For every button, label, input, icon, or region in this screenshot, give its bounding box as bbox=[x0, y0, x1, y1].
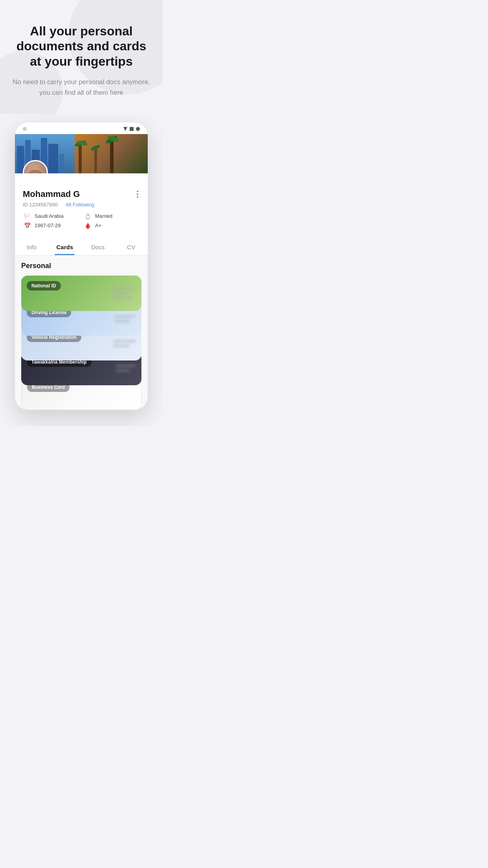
profile-id-row: ID 1234567890 48 Following bbox=[23, 202, 140, 208]
detail-birthdate: 📅 1987-07-29 bbox=[23, 223, 79, 229]
more-button[interactable] bbox=[135, 189, 140, 199]
calendar-icon: 📅 bbox=[23, 223, 31, 229]
card-stack: National ID Driving License bbox=[21, 276, 141, 410]
detail-status: 💍 Married bbox=[83, 213, 140, 219]
profile-id: ID 1234567890 bbox=[23, 202, 58, 208]
more-dot bbox=[137, 196, 138, 198]
hero-subtitle: No need to carry your personal docs anym… bbox=[12, 77, 151, 98]
card-blur-content bbox=[114, 315, 136, 323]
card-blur-content bbox=[116, 364, 136, 372]
blood-icon: 🩸 bbox=[83, 223, 92, 229]
blur-line bbox=[112, 287, 136, 290]
profile-header: ✎ bbox=[15, 134, 148, 173]
avatar bbox=[23, 160, 48, 173]
status-bar bbox=[15, 122, 148, 134]
hero-title: All your personal documents and cards at… bbox=[12, 24, 151, 69]
blood-text: A+ bbox=[95, 223, 101, 228]
phone-frame: ✎ Mohammad G ID 1234567890 48 Following bbox=[15, 122, 148, 410]
status-text: Married bbox=[95, 213, 112, 219]
signal-icon bbox=[123, 127, 127, 131]
tab-cv[interactable]: CV bbox=[115, 238, 148, 255]
card-national-id[interactable]: National ID bbox=[21, 276, 141, 311]
profile-following[interactable]: 48 Following bbox=[66, 202, 94, 208]
tab-info[interactable]: Info bbox=[15, 238, 48, 255]
profile-details: 🏳️ Saudi Arabia 💍 Married 📅 1987-07-29 🩸… bbox=[23, 213, 140, 229]
hero-section: All your personal documents and cards at… bbox=[0, 0, 163, 114]
blur-line bbox=[116, 369, 130, 372]
national-id-badge: National ID bbox=[27, 281, 61, 291]
cards-section: Personal National ID Drivin bbox=[15, 256, 148, 410]
square-icon bbox=[130, 127, 134, 131]
more-dot bbox=[137, 193, 138, 195]
blur-line bbox=[116, 364, 136, 368]
status-icons bbox=[123, 127, 140, 131]
blur-line bbox=[113, 340, 136, 343]
card-blur-content bbox=[113, 340, 136, 348]
section-title: Personal bbox=[21, 262, 141, 270]
phone-wrapper: ✎ Mohammad G ID 1234567890 48 Following bbox=[0, 114, 163, 426]
tab-cards[interactable]: Cards bbox=[48, 238, 82, 255]
blur-line bbox=[114, 315, 136, 318]
country-text: Saudi Arabia bbox=[35, 213, 64, 219]
detail-blood: 🩸 A+ bbox=[83, 223, 140, 229]
blur-line bbox=[112, 292, 130, 295]
tabs: Info Cards Docs CV bbox=[15, 238, 148, 256]
avatar-wrap: ✎ bbox=[23, 160, 48, 173]
tab-docs[interactable]: Docs bbox=[81, 238, 115, 255]
birthdate-text: 1987-07-29 bbox=[35, 223, 61, 228]
cover-palm bbox=[75, 134, 148, 173]
circle-icon bbox=[136, 127, 140, 131]
profile-name-row: Mohammad G bbox=[23, 189, 140, 199]
status-dot bbox=[23, 127, 27, 131]
more-dot bbox=[137, 191, 138, 192]
flag-icon: 🏳️ bbox=[23, 213, 31, 219]
detail-country: 🏳️ Saudi Arabia bbox=[23, 213, 79, 219]
profile-name: Mohammad G bbox=[23, 189, 80, 199]
blur-line bbox=[113, 344, 130, 348]
blur-line bbox=[114, 320, 130, 323]
cover-image: ✎ bbox=[15, 134, 148, 173]
ring-icon: 💍 bbox=[83, 213, 92, 219]
blur-line bbox=[112, 296, 132, 300]
profile-info: Mohammad G ID 1234567890 48 Following 🏳️… bbox=[15, 173, 148, 235]
card-blur-content bbox=[112, 287, 136, 300]
